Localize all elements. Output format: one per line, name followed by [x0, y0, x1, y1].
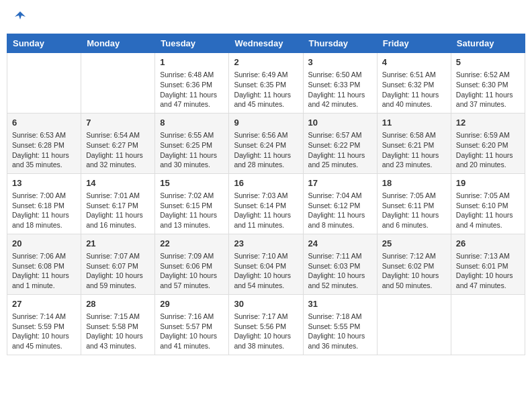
calendar-cell: 12Sunrise: 6:59 AMSunset: 6:20 PMDayligh… [451, 113, 525, 173]
day-info: Sunrise: 7:02 AMSunset: 6:15 PMDaylight:… [160, 191, 224, 230]
day-info: Sunrise: 6:57 AMSunset: 6:22 PMDaylight:… [308, 130, 372, 170]
day-number: 3 [308, 56, 372, 68]
calendar-cell: 17Sunrise: 7:04 AMSunset: 6:12 PMDayligh… [303, 173, 377, 234]
day-number: 8 [160, 117, 224, 129]
day-number: 21 [86, 238, 150, 250]
day-info: Sunrise: 6:49 AMSunset: 6:35 PMDaylight:… [234, 70, 298, 109]
calendar-cell: 21Sunrise: 7:07 AMSunset: 6:07 PMDayligh… [81, 234, 155, 294]
day-info: Sunrise: 7:04 AMSunset: 6:12 PMDaylight:… [308, 191, 372, 230]
calendar-cell: 4Sunrise: 6:51 AMSunset: 6:32 PMDaylight… [377, 53, 451, 113]
calendar-cell [377, 294, 451, 355]
day-number: 14 [86, 177, 150, 189]
calendar-cell: 19Sunrise: 7:05 AMSunset: 6:10 PMDayligh… [451, 173, 525, 234]
calendar-week-4: 20Sunrise: 7:06 AMSunset: 6:08 PMDayligh… [7, 234, 525, 294]
day-info: Sunrise: 6:58 AMSunset: 6:21 PMDaylight:… [382, 130, 446, 170]
day-info: Sunrise: 7:18 AMSunset: 5:55 PMDaylight:… [308, 312, 372, 351]
calendar-cell: 16Sunrise: 7:03 AMSunset: 6:14 PMDayligh… [229, 173, 303, 234]
calendar-table: SundayMondayTuesdayWednesdayThursdayFrid… [7, 34, 525, 355]
day-info: Sunrise: 7:09 AMSunset: 6:06 PMDaylight:… [160, 251, 224, 291]
day-info: Sunrise: 7:10 AMSunset: 6:04 PMDaylight:… [234, 251, 298, 291]
weekday-header-wednesday: Wednesday [229, 34, 303, 53]
weekday-header-row: SundayMondayTuesdayWednesdayThursdayFrid… [7, 34, 525, 53]
calendar-week-1: 1Sunrise: 6:48 AMSunset: 6:36 PMDaylight… [7, 53, 525, 113]
day-info: Sunrise: 6:48 AMSunset: 6:36 PMDaylight:… [160, 70, 224, 109]
day-info: Sunrise: 7:13 AMSunset: 6:01 PMDaylight:… [456, 251, 520, 291]
day-number: 7 [86, 117, 150, 129]
calendar-cell: 5Sunrise: 6:52 AMSunset: 6:30 PMDaylight… [451, 53, 525, 113]
day-number: 29 [160, 298, 224, 310]
calendar-cell: 30Sunrise: 7:17 AMSunset: 5:56 PMDayligh… [229, 294, 303, 355]
day-info: Sunrise: 7:06 AMSunset: 6:08 PMDaylight:… [12, 251, 76, 291]
calendar-week-3: 13Sunrise: 7:00 AMSunset: 6:18 PMDayligh… [7, 173, 525, 234]
day-info: Sunrise: 7:07 AMSunset: 6:07 PMDaylight:… [86, 251, 150, 291]
day-number: 24 [308, 238, 372, 250]
day-info: Sunrise: 7:05 AMSunset: 6:10 PMDaylight:… [456, 191, 520, 230]
calendar-week-5: 27Sunrise: 7:14 AMSunset: 5:59 PMDayligh… [7, 294, 525, 355]
day-info: Sunrise: 6:52 AMSunset: 6:30 PMDaylight:… [456, 70, 520, 109]
calendar-cell: 2Sunrise: 6:49 AMSunset: 6:35 PMDaylight… [229, 53, 303, 113]
weekday-header-tuesday: Tuesday [155, 34, 229, 53]
logo [13, 10, 26, 24]
day-info: Sunrise: 6:53 AMSunset: 6:28 PMDaylight:… [12, 130, 76, 170]
day-number: 10 [308, 117, 372, 129]
day-info: Sunrise: 7:01 AMSunset: 6:17 PMDaylight:… [86, 191, 150, 230]
calendar-cell: 6Sunrise: 6:53 AMSunset: 6:28 PMDaylight… [7, 113, 81, 173]
day-info: Sunrise: 7:16 AMSunset: 5:57 PMDaylight:… [160, 312, 224, 351]
calendar-cell: 31Sunrise: 7:18 AMSunset: 5:55 PMDayligh… [303, 294, 377, 355]
day-number: 6 [12, 117, 76, 129]
day-number: 22 [160, 238, 224, 250]
calendar-cell: 11Sunrise: 6:58 AMSunset: 6:21 PMDayligh… [377, 113, 451, 173]
calendar-cell: 10Sunrise: 6:57 AMSunset: 6:22 PMDayligh… [303, 113, 377, 173]
calendar-cell: 27Sunrise: 7:14 AMSunset: 5:59 PMDayligh… [7, 294, 81, 355]
calendar-cell [81, 53, 155, 113]
calendar-cell: 23Sunrise: 7:10 AMSunset: 6:04 PMDayligh… [229, 234, 303, 294]
day-info: Sunrise: 7:05 AMSunset: 6:11 PMDaylight:… [382, 191, 446, 230]
weekday-header-monday: Monday [81, 34, 155, 53]
day-number: 15 [160, 177, 224, 189]
logo-bird-icon [15, 10, 26, 21]
calendar-week-2: 6Sunrise: 6:53 AMSunset: 6:28 PMDaylight… [7, 113, 525, 173]
weekday-header-saturday: Saturday [451, 34, 525, 53]
day-info: Sunrise: 6:51 AMSunset: 6:32 PMDaylight:… [382, 70, 446, 109]
weekday-header-friday: Friday [377, 34, 451, 53]
weekday-header-sunday: Sunday [7, 34, 81, 53]
day-number: 11 [382, 117, 446, 129]
day-number: 1 [160, 56, 224, 68]
day-number: 28 [86, 298, 150, 310]
calendar-cell: 13Sunrise: 7:00 AMSunset: 6:18 PMDayligh… [7, 173, 81, 234]
day-info: Sunrise: 7:12 AMSunset: 6:02 PMDaylight:… [382, 251, 446, 291]
page-header [7, 7, 525, 27]
day-number: 17 [308, 177, 372, 189]
day-info: Sunrise: 7:14 AMSunset: 5:59 PMDaylight:… [12, 312, 76, 351]
day-info: Sunrise: 6:56 AMSunset: 6:24 PMDaylight:… [234, 130, 298, 170]
day-number: 5 [456, 56, 520, 68]
calendar-cell: 14Sunrise: 7:01 AMSunset: 6:17 PMDayligh… [81, 173, 155, 234]
calendar-cell: 28Sunrise: 7:15 AMSunset: 5:58 PMDayligh… [81, 294, 155, 355]
day-number: 25 [382, 238, 446, 250]
svg-marker-0 [15, 11, 26, 19]
day-number: 31 [308, 298, 372, 310]
calendar-cell: 29Sunrise: 7:16 AMSunset: 5:57 PMDayligh… [155, 294, 229, 355]
day-info: Sunrise: 6:54 AMSunset: 6:27 PMDaylight:… [86, 130, 150, 170]
calendar-cell: 24Sunrise: 7:11 AMSunset: 6:03 PMDayligh… [303, 234, 377, 294]
weekday-header-thursday: Thursday [303, 34, 377, 53]
day-info: Sunrise: 7:17 AMSunset: 5:56 PMDaylight:… [234, 312, 298, 351]
calendar-cell: 8Sunrise: 6:55 AMSunset: 6:25 PMDaylight… [155, 113, 229, 173]
calendar-cell: 15Sunrise: 7:02 AMSunset: 6:15 PMDayligh… [155, 173, 229, 234]
calendar-cell: 18Sunrise: 7:05 AMSunset: 6:11 PMDayligh… [377, 173, 451, 234]
day-info: Sunrise: 7:11 AMSunset: 6:03 PMDaylight:… [308, 251, 372, 291]
calendar-cell: 1Sunrise: 6:48 AMSunset: 6:36 PMDaylight… [155, 53, 229, 113]
day-number: 13 [12, 177, 76, 189]
day-number: 12 [456, 117, 520, 129]
day-number: 9 [234, 117, 298, 129]
day-info: Sunrise: 7:03 AMSunset: 6:14 PMDaylight:… [234, 191, 298, 230]
calendar-cell: 20Sunrise: 7:06 AMSunset: 6:08 PMDayligh… [7, 234, 81, 294]
day-number: 2 [234, 56, 298, 68]
day-info: Sunrise: 7:15 AMSunset: 5:58 PMDaylight:… [86, 312, 150, 351]
day-number: 18 [382, 177, 446, 189]
day-number: 19 [456, 177, 520, 189]
day-info: Sunrise: 6:59 AMSunset: 6:20 PMDaylight:… [456, 130, 520, 170]
calendar-cell: 26Sunrise: 7:13 AMSunset: 6:01 PMDayligh… [451, 234, 525, 294]
calendar-cell [451, 294, 525, 355]
calendar-cell: 22Sunrise: 7:09 AMSunset: 6:06 PMDayligh… [155, 234, 229, 294]
